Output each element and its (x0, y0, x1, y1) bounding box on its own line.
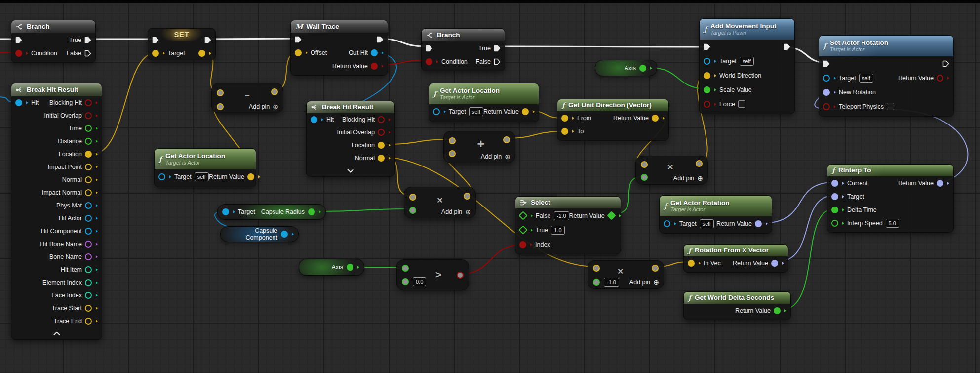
pin-to[interactable]: To (561, 128, 584, 135)
pin-exec[interactable] (426, 45, 432, 52)
expand-button[interactable] (307, 167, 394, 176)
node-header[interactable]: ƒGet Unit Direction (Vector) (557, 99, 668, 111)
node-header[interactable]: Select (515, 197, 621, 208)
pin-world-direction[interactable]: World Direction (704, 72, 761, 79)
wire-vector-8[interactable] (93, 52, 157, 154)
op-input-pin[interactable] (402, 278, 409, 285)
pin-exec[interactable] (942, 60, 949, 67)
pin-hit-item[interactable]: Hit Item (61, 266, 98, 273)
wire-exec-4[interactable] (495, 46, 706, 47)
pin-target[interactable]: Targetself (158, 172, 209, 181)
node-header[interactable]: ƒAdd Movement InputTarget is Pawn (700, 19, 794, 40)
pin-return-value[interactable]: Return Value (735, 307, 786, 314)
node-wall-trace[interactable]: MWall TraceOffsetOut HitReturn Value (290, 20, 388, 76)
pin-data[interactable] (308, 208, 321, 215)
literal-value-input[interactable]: 0.0 (413, 277, 426, 286)
pin-data[interactable] (198, 50, 211, 57)
pin-in-vec[interactable]: In Vec (688, 260, 721, 267)
node-multiply-capsule[interactable]: ✕Add pin⊕ (404, 187, 476, 218)
op-output-pin[interactable] (503, 136, 510, 143)
self-reference-box[interactable]: self (195, 172, 209, 181)
node-multiply-scale[interactable]: ✕Add pin⊕ (635, 156, 708, 185)
pin-return-value[interactable]: Return Value (209, 173, 260, 180)
wire-float-23[interactable] (316, 209, 412, 211)
pin-distance[interactable]: Distance (58, 138, 98, 145)
pin-interp-speed[interactable]: Interp Speed5.0 (831, 219, 899, 228)
pin-from[interactable]: From (561, 115, 591, 122)
pin-return-value[interactable]: Return Value (716, 220, 768, 227)
node-branch-2[interactable]: BranchTrueConditionFalse (421, 28, 505, 71)
node-header[interactable]: Branch (422, 29, 505, 41)
node-set-actor-rotation[interactable]: ƒSet Actor RotationTarget is ActorTarget… (819, 35, 954, 117)
op-output-pin[interactable] (271, 88, 278, 95)
pin-teleport-physics[interactable]: Teleport Physics (823, 103, 894, 110)
wire-exec-2[interactable] (206, 39, 299, 39)
pin-index[interactable]: Index (519, 241, 550, 248)
op-input-pin[interactable] (402, 265, 409, 272)
pin-condition[interactable]: Condition (15, 50, 57, 57)
op-input-pin[interactable] (593, 279, 600, 286)
node-axis-pill-bottom[interactable]: Axis (299, 259, 364, 276)
pin-target[interactable]: Targetself (433, 107, 483, 116)
pin-condition[interactable]: Condition (426, 58, 468, 65)
literal-value-input[interactable]: 5.0 (886, 219, 899, 228)
op-input-pin[interactable] (217, 103, 224, 110)
node-capsule-radius-pill[interactable]: TargetCapsule Radius (217, 204, 326, 220)
pin-return-value[interactable]: Return Value (733, 260, 784, 267)
pin-return-value[interactable]: Return Value (483, 108, 535, 115)
pin-normal[interactable]: Normal (355, 155, 391, 162)
node-header[interactable]: ƒGet Actor LocationTarget is Actor (429, 83, 539, 104)
op-output-pin[interactable] (696, 160, 703, 167)
pin-location[interactable]: Location (59, 151, 98, 158)
node-capsule-component-pill[interactable]: Capsule Component (220, 226, 299, 242)
pin-exec[interactable] (295, 36, 302, 43)
op-input-pin[interactable] (409, 194, 416, 201)
pin-return-value[interactable]: Return Value (613, 115, 665, 122)
node-header[interactable]: ƒGet Actor RotationTarget is Actor (660, 196, 772, 216)
checkbox[interactable] (738, 100, 745, 108)
pin-trace-end[interactable]: Trace End (54, 318, 98, 325)
add-pin-button[interactable]: Add pin⊕ (629, 279, 659, 286)
pin-time[interactable]: Time (69, 125, 98, 132)
pin-hit-component[interactable]: Hit Component (41, 228, 98, 235)
op-input-pin[interactable] (641, 174, 648, 181)
self-reference-box[interactable]: self (740, 57, 754, 66)
op-input-pin[interactable] (217, 89, 224, 96)
pin-exec[interactable] (377, 36, 384, 43)
literal-value-input[interactable]: -1.0 (554, 211, 569, 220)
self-reference-box[interactable]: self (700, 219, 714, 228)
pin-exec[interactable] (704, 43, 710, 50)
node-header[interactable]: Break Hit Result (11, 83, 102, 96)
node-get-actor-rotation[interactable]: ƒGet Actor RotationTarget is ActorTarget… (659, 195, 772, 234)
pin-data[interactable] (639, 65, 652, 72)
node-header[interactable]: ƒRotation From X Vector (684, 245, 788, 256)
pin-exec[interactable] (15, 37, 22, 43)
node-header[interactable]: Branch (11, 20, 95, 33)
add-pin-button[interactable]: Add pin⊕ (249, 103, 278, 110)
pin-face-index[interactable]: Face Index (51, 292, 98, 299)
pin-target[interactable]: Target (831, 193, 864, 200)
pin-return-value[interactable]: Return Value (898, 180, 949, 187)
node-axis-pill-top[interactable]: Axis (595, 60, 657, 76)
node-header[interactable]: ƒGet Actor LocationTarget is Actor (155, 149, 256, 169)
node-get-world-delta-seconds[interactable]: ƒGet World Delta SecondsReturn Value (683, 291, 791, 320)
pin-scale-value[interactable]: Scale Value (704, 86, 752, 93)
pin-return-value[interactable]: Return Value (569, 212, 621, 219)
node-rinterp-to[interactable]: ƒRInterp ToCurrentReturn ValueTargetDelt… (827, 164, 954, 233)
pin-return-value[interactable]: Return Value (332, 63, 384, 70)
op-input-pin[interactable] (409, 207, 416, 214)
node-set-node[interactable]: SETTarget (148, 28, 216, 60)
pin-normal[interactable]: Normal (62, 176, 98, 183)
pin-blocking-hit[interactable]: Blocking Hit (342, 116, 391, 123)
node-get-unit-direction[interactable]: ƒGet Unit Direction (Vector)FromReturn V… (557, 99, 669, 141)
pin-true[interactable]: True (478, 45, 501, 52)
add-pin-button[interactable]: Add pin⊕ (441, 208, 471, 215)
pin-element-index[interactable]: Element Index (42, 279, 98, 286)
node-greater-node[interactable]: 0.0> (396, 259, 469, 290)
node-rotation-from-x-vector[interactable]: ƒRotation From X VectorIn VecReturn Valu… (683, 244, 788, 273)
node-get-actor-location-2[interactable]: ƒGet Actor LocationTarget is ActorTarget… (429, 83, 539, 122)
pin-delta-time[interactable]: Delta Time (831, 207, 877, 213)
op-output-pin[interactable] (652, 265, 659, 272)
self-reference-box[interactable]: self (859, 74, 873, 83)
pin-offset[interactable]: Offset (295, 49, 327, 56)
